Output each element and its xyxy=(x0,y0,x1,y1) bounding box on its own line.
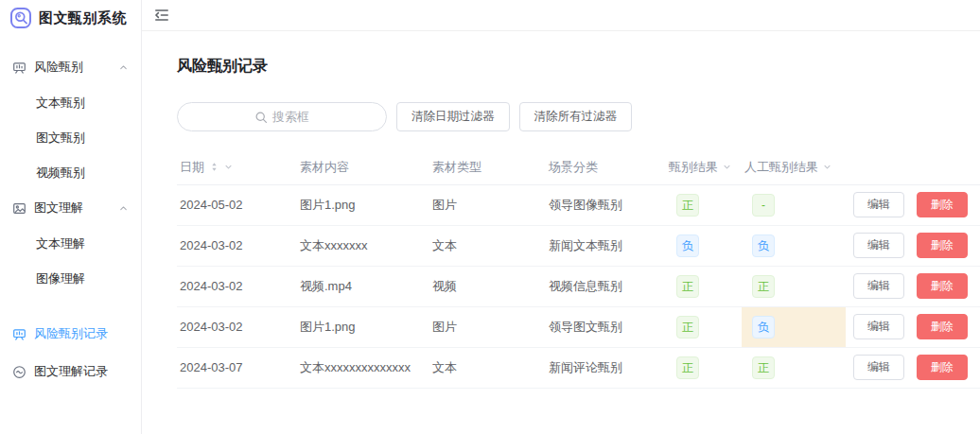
cell-manual-result: 正 xyxy=(742,347,846,388)
cell-actions: 编辑 删除 xyxy=(846,266,980,306)
sidebar: 图文甄别系统 风险甄别 文本甄别 图文甄别 xyxy=(0,0,142,434)
cell-scene: 新闻文本甄别 xyxy=(546,225,666,266)
cell-date: 2024-03-02 xyxy=(177,306,297,347)
edit-button[interactable]: 编辑 xyxy=(853,273,904,299)
cell-date: 2024-05-02 xyxy=(177,184,297,225)
table-row: 2024-03-02 文本xxxxxxx 文本 新闻文本甄别 负 负 编辑 删除 xyxy=(177,225,980,266)
edit-button[interactable]: 编辑 xyxy=(853,233,904,258)
sidebar-item-label: 图文理解记录 xyxy=(34,363,108,380)
cell-type: 图片 xyxy=(429,184,546,225)
column-header-scene: 场景分类 xyxy=(546,150,666,184)
manual-result-badge: 正 xyxy=(752,275,775,298)
manual-result-badge: - xyxy=(752,194,775,217)
cell-actions: 编辑 删除 xyxy=(846,347,980,388)
sidebar-item-text-screening[interactable]: 文本甄别 xyxy=(0,85,141,120)
result-badge: 正 xyxy=(676,275,699,298)
result-badge: 正 xyxy=(676,194,699,217)
table-row: 2024-03-07 文本xxxxxxxxxxxxxx 文本 新闻评论甄别 正 … xyxy=(177,347,980,388)
cell-content: 文本xxxxxxxxxxxxxx xyxy=(297,347,429,388)
edit-button[interactable]: 编辑 xyxy=(853,355,904,380)
column-header-type: 素材类型 xyxy=(429,150,546,184)
result-badge: 负 xyxy=(676,234,699,257)
table-header-row: 日期 素材内容 素材类型 xyxy=(177,150,980,184)
result-badge: 正 xyxy=(676,356,699,379)
sidebar-item-label: 风险甄别记录 xyxy=(34,325,108,342)
cell-manual-result: 负 xyxy=(742,306,846,347)
delete-button[interactable]: 删除 xyxy=(917,233,968,258)
cell-result: 正 xyxy=(666,347,742,388)
sidebar-item-imagetext-understanding-records[interactable]: 图文理解记录 xyxy=(0,353,141,391)
filter-chevron-down-icon[interactable] xyxy=(822,162,832,172)
column-header-date[interactable]: 日期 xyxy=(177,150,297,184)
board-icon xyxy=(12,61,26,75)
cell-date: 2024-03-02 xyxy=(177,266,297,306)
cell-manual-result: - xyxy=(742,184,846,225)
board-icon xyxy=(12,327,26,341)
delete-button[interactable]: 删除 xyxy=(917,273,968,299)
sidebar-menu: 风险甄别 文本甄别 图文甄别 视频甄别 图文理解 xyxy=(0,36,141,391)
cell-date: 2024-03-07 xyxy=(177,347,297,388)
app-window: 图文甄别系统 风险甄别 文本甄别 图文甄别 xyxy=(0,0,980,434)
cell-content: 视频.mp4 xyxy=(297,266,429,306)
search-icon xyxy=(254,111,268,124)
sidebar-item-imagetext-screening[interactable]: 图文甄别 xyxy=(0,120,141,155)
delete-button[interactable]: 删除 xyxy=(917,314,968,339)
cell-actions: 编辑 删除 xyxy=(846,184,980,225)
sidebar-group-label: 风险甄别 xyxy=(34,59,118,76)
table-row: 2024-03-02 图片1.png 图片 领导图文甄别 正 负 编辑 删除 xyxy=(177,306,980,347)
cell-scene: 视频信息甄别 xyxy=(546,266,666,306)
collapse-sidebar-icon[interactable] xyxy=(153,7,170,24)
sidebar-group-imagetext-understanding[interactable]: 图文理解 xyxy=(0,190,141,226)
topbar xyxy=(142,0,980,31)
chevron-up-icon xyxy=(118,62,129,73)
column-header-result[interactable]: 甄别结果 xyxy=(666,150,742,184)
main-area: 风险甄别记录 搜索框 清除日期过滤器 清除所有过滤器 xyxy=(142,0,980,434)
cell-result: 正 xyxy=(666,266,742,306)
edit-button[interactable]: 编辑 xyxy=(853,192,904,217)
cell-type: 文本 xyxy=(429,225,546,266)
edit-button[interactable]: 编辑 xyxy=(853,314,904,339)
sort-icon[interactable] xyxy=(209,162,219,172)
app-title: 图文甄别系统 xyxy=(39,9,127,27)
manual-result-badge: 正 xyxy=(752,356,775,379)
filter-toolbar: 搜索框 清除日期过滤器 清除所有过滤器 xyxy=(177,102,980,131)
manual-result-badge: 负 xyxy=(752,316,775,339)
sidebar-item-risk-screening-records[interactable]: 风险甄别记录 xyxy=(0,315,141,353)
magnifier-logo-icon xyxy=(9,7,32,29)
result-badge: 正 xyxy=(676,316,699,339)
sidebar-item-image-understanding[interactable]: 图像理解 xyxy=(0,261,141,296)
cell-result: 正 xyxy=(666,306,742,347)
search-input[interactable]: 搜索框 xyxy=(177,102,387,131)
manual-result-badge: 负 xyxy=(752,234,775,257)
cell-type: 文本 xyxy=(429,347,546,388)
column-header-actions xyxy=(846,150,980,184)
sidebar-group-risk-screening[interactable]: 风险甄别 xyxy=(0,49,141,85)
chevron-up-icon xyxy=(118,203,129,214)
table-row: 2024-03-02 视频.mp4 视频 视频信息甄别 正 正 编辑 删除 xyxy=(177,266,980,306)
cell-type: 图片 xyxy=(429,306,546,347)
filter-chevron-down-icon[interactable] xyxy=(223,162,234,172)
column-header-content: 素材内容 xyxy=(297,150,429,184)
delete-button[interactable]: 删除 xyxy=(917,192,968,217)
cell-scene: 领导图文甄别 xyxy=(546,306,666,347)
cell-actions: 编辑 删除 xyxy=(846,306,980,347)
cell-manual-result: 负 xyxy=(742,225,846,266)
filter-chevron-down-icon[interactable] xyxy=(722,162,732,172)
cell-manual-result: 正 xyxy=(742,266,846,306)
sidebar-group-label: 图文理解 xyxy=(34,200,118,217)
cell-type: 视频 xyxy=(429,266,546,306)
cell-content: 文本xxxxxxx xyxy=(297,225,429,266)
search-placeholder: 搜索框 xyxy=(272,109,309,126)
cell-result: 正 xyxy=(666,184,742,225)
sidebar-item-video-screening[interactable]: 视频甄别 xyxy=(0,155,141,190)
clear-date-filter-button[interactable]: 清除日期过滤器 xyxy=(396,102,510,131)
cell-actions: 编辑 删除 xyxy=(846,225,980,266)
clear-all-filters-button[interactable]: 清除所有过滤器 xyxy=(519,102,633,131)
cell-content: 图片1.png xyxy=(297,184,429,225)
cell-scene: 新闻评论甄别 xyxy=(546,347,666,388)
sidebar-item-text-understanding[interactable]: 文本理解 xyxy=(0,226,141,261)
table-row: 2024-05-02 图片1.png 图片 领导图像甄别 正 - 编辑 删除 xyxy=(177,184,980,225)
image-icon xyxy=(12,201,26,216)
delete-button[interactable]: 删除 xyxy=(917,355,968,380)
column-header-manual-result[interactable]: 人工甄别结果 xyxy=(742,150,846,184)
